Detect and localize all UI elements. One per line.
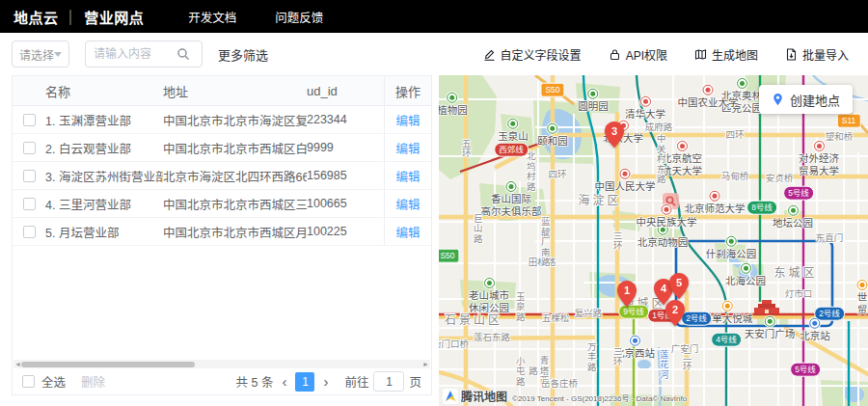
goto-page-input[interactable] [373, 371, 404, 392]
select-all-label[interactable]: 全选 [41, 372, 66, 391]
edit-link[interactable]: 编辑 [395, 195, 420, 213]
row-checkbox[interactable] [23, 198, 36, 210]
toolbar-action-lock[interactable]: API权限 [609, 46, 667, 63]
outlet-address: 中国北京市北京市西城区月坛南街8... [163, 223, 307, 241]
pagination: 共 5 条 ‹ 1 › 前往 页 [236, 371, 421, 392]
scroll-right-arrow[interactable]: ► [422, 361, 429, 367]
map-panel[interactable]: 海淀区西城区石景山区东城区植物园玉泉山颐和园圆明园北京奥林 匹克公园香山国际 高… [439, 75, 868, 406]
delete-button[interactable]: 删除 [81, 372, 105, 391]
toolbar-action-label: 自定义字段设置 [501, 46, 582, 63]
filter-select-placeholder: 请选择 [19, 46, 54, 63]
horizontal-scrollbar[interactable]: ◄ ► [14, 360, 430, 368]
row-checkbox-cell [13, 198, 45, 210]
goto-suffix: 页 [409, 372, 421, 391]
table-row: 1. 玉渊潭营业部 中国北京市北京市海淀区复兴路甲2... 223344 编辑 [13, 106, 431, 134]
select-all-checkbox[interactable] [22, 375, 35, 388]
nav-item-feedback[interactable]: 问题反馈 [275, 8, 323, 26]
create-location-label: 创建地点 [790, 91, 840, 109]
goto-page: 前往 页 [344, 371, 421, 392]
search-box[interactable] [85, 41, 203, 68]
svg-text:1: 1 [624, 284, 630, 296]
total-count: 共 5 条 [236, 372, 274, 391]
outlet-name: 3. 海淀区苏州街营业部 [45, 167, 163, 185]
edit-link[interactable]: 编辑 [395, 111, 420, 129]
edit-link[interactable]: 编辑 [395, 167, 420, 185]
nav-menu: 开发文档问题反馈 [188, 8, 323, 26]
row-action-cell: 编辑 [384, 106, 431, 133]
prev-page-button[interactable]: ‹ [280, 374, 288, 389]
toolbar-action-label: 生成地图 [712, 46, 758, 63]
table-body: 1. 玉渊潭营业部 中国北京市北京市海淀区复兴路甲2... 223344 编辑 … [13, 106, 431, 246]
goto-label: 前往 [344, 372, 368, 391]
map-canvas [439, 75, 868, 406]
search-icon [176, 47, 190, 61]
chevron-down-icon [54, 52, 62, 57]
column-header-name: 名称 [45, 82, 163, 100]
toolbar-action-label: 批量导入 [802, 46, 849, 63]
brand-primary: 地点云 [14, 7, 59, 27]
row-checkbox-cell [13, 142, 45, 154]
row-action-cell: 编辑 [384, 218, 431, 245]
map-logo-text: 腾讯地图 [461, 388, 507, 404]
top-navbar: 地点云 │ 营业网点 开发文档问题反馈 [0, 0, 868, 33]
row-checkbox[interactable] [23, 114, 36, 126]
table-row: 4. 三里河营业部 中国北京市北京市西城区三里河路5... 100665 编辑 [13, 190, 431, 218]
map-marker-5[interactable]: 5 [669, 273, 689, 299]
row-checkbox-cell [13, 114, 45, 126]
column-header-address: 地址 [163, 82, 307, 100]
row-checkbox[interactable] [23, 226, 36, 238]
brand: 地点云 │ 营业网点 [14, 7, 144, 27]
table-row: 5. 月坛营业部 中国北京市北京市西城区月坛南街8... 100225 编辑 [13, 218, 431, 246]
more-filters-link[interactable]: 更多筛选 [218, 45, 268, 64]
brand-secondary: 营业网点 [84, 7, 144, 27]
row-checkbox-cell [13, 226, 45, 238]
row-action-cell: 编辑 [384, 190, 431, 217]
toolbar-actions: 自定义字段设置API权限生成地图批量导入 [483, 46, 856, 63]
lock-icon [609, 48, 621, 61]
brand-separator: │ [68, 10, 76, 24]
column-header-udid: ud_id [307, 84, 384, 98]
row-action-cell: 编辑 [384, 162, 431, 189]
main-content: 名称 地址 ud_id 操作 1. 玉渊潭营业部 中国北京市北京市海淀区复兴路甲… [0, 75, 868, 406]
svg-text:4: 4 [661, 283, 667, 294]
svg-text:2: 2 [672, 304, 678, 315]
search-input[interactable] [94, 47, 176, 61]
scrollbar-thumb[interactable] [21, 362, 195, 367]
edit-link[interactable]: 编辑 [395, 139, 420, 157]
outlet-name: 5. 月坛营业部 [45, 223, 163, 241]
outlet-address: 中国北京市北京市海淀区复兴路甲2... [163, 111, 307, 129]
nav-item-docs[interactable]: 开发文档 [188, 8, 236, 26]
outlet-name: 4. 三里河营业部 [45, 195, 163, 213]
outlets-table-card: 名称 地址 ud_id 操作 1. 玉渊潭营业部 中国北京市北京市海淀区复兴路甲… [12, 75, 432, 395]
table-footer: 全选 删除 共 5 条 ‹ 1 › 前往 页 [13, 368, 431, 394]
column-header-action: 操作 [384, 76, 431, 105]
edit-link[interactable]: 编辑 [395, 223, 420, 241]
outlet-udid: 9999 [307, 141, 384, 154]
outlet-udid: 100225 [307, 225, 384, 238]
svg-text:5: 5 [676, 277, 682, 288]
outlet-name: 1. 玉渊潭营业部 [45, 111, 163, 129]
app-root: 地点云 │ 营业网点 开发文档问题反馈 请选择 更多筛选 自定义字段设置API权… [0, 0, 868, 406]
table-row: 2. 白云观营业部 中国北京市北京市西城区白云观街9... 9999 编辑 [13, 134, 431, 162]
next-page-button[interactable]: › [321, 374, 330, 389]
map-marker-3[interactable]: 3 [605, 122, 624, 148]
map-marker-1[interactable]: 1 [617, 281, 637, 307]
filter-select[interactable]: 请选择 [12, 41, 69, 68]
map-icon [694, 48, 707, 61]
table-row: 3. 海淀区苏州街营业部 北京市海淀区北四环西路66号 156985 编辑 [13, 162, 431, 190]
row-action-cell: 编辑 [384, 134, 431, 161]
import-icon [785, 48, 798, 61]
row-checkbox[interactable] [23, 142, 36, 154]
toolbar-action-map[interactable]: 生成地图 [694, 46, 758, 63]
outlet-udid: 100665 [307, 197, 384, 210]
create-location-button[interactable]: 创建地点 [759, 85, 853, 114]
toolbar-action-pencil[interactable]: 自定义字段设置 [483, 46, 582, 63]
scroll-left-arrow[interactable]: ◄ [14, 361, 21, 367]
pencil-icon [483, 48, 496, 61]
outlet-address: 中国北京市北京市西城区三里河路5... [163, 195, 307, 213]
row-checkbox[interactable] [23, 170, 36, 182]
toolbar-action-import[interactable]: 批量导入 [785, 46, 849, 63]
current-page-button[interactable]: 1 [295, 372, 314, 392]
location-pin-icon [772, 92, 784, 107]
svg-text:3: 3 [611, 125, 617, 137]
